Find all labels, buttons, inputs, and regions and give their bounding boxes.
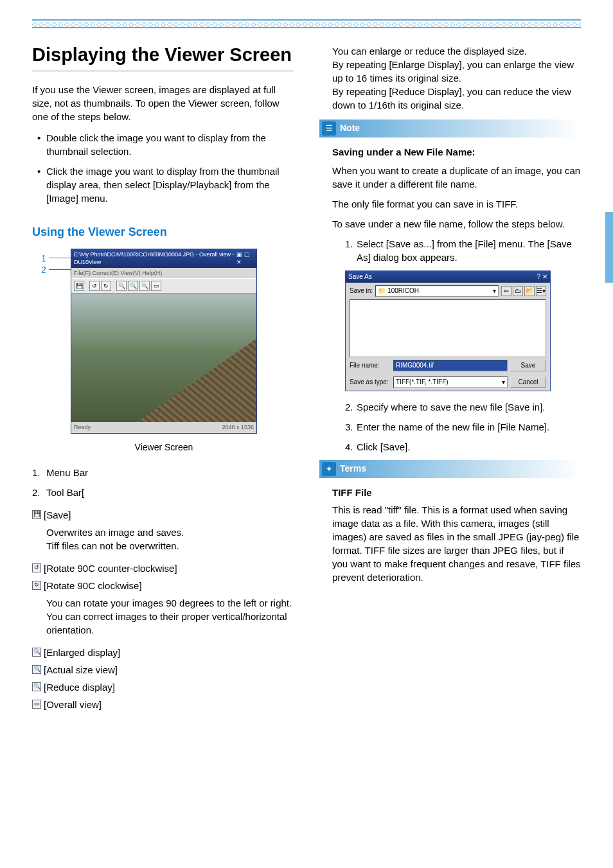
bullet-item: Click the image you want to display from… <box>37 164 294 205</box>
callout-2: 2 <box>41 264 46 277</box>
terms-banner: ✦ Terms <box>319 460 581 478</box>
tool-bar: 💾 ↺ ↻ 🔍 🔍 🔍 ▭ <box>71 278 256 294</box>
list-text: Menu Bar <box>46 467 88 478</box>
step-text: Select [Save as...] from the [File] menu… <box>357 238 572 263</box>
step-number: 3. <box>345 420 353 434</box>
terms-paragraph: This is read "tiff" file. This is a form… <box>332 503 581 584</box>
note-paragraph: To save under a new file name, follow th… <box>332 217 581 231</box>
terms-title: TIFF File <box>319 486 581 499</box>
save-icon: 💾 <box>32 510 41 519</box>
savein-dropdown[interactable]: 📁100RICOH▾ <box>375 285 499 297</box>
step-item: 2.Specify where to save the new file [Sa… <box>345 400 581 414</box>
rotate-ccw-icon: ↺ <box>32 563 41 572</box>
step-number: 4. <box>345 440 353 454</box>
tool-label: [Actual size view] <box>44 663 118 677</box>
note-label: Note <box>340 122 360 135</box>
rotate-ccw-icon: ↺ <box>89 281 100 291</box>
note-paragraph: When you want to create a duplicate of a… <box>332 164 581 191</box>
new-folder-icon[interactable]: 📂 <box>524 286 535 296</box>
step-text: Click [Save]. <box>357 441 410 452</box>
step-item: 4.Click [Save]. <box>345 440 581 454</box>
zoom-actual-icon: 🔍 <box>128 281 138 291</box>
view-menu-icon[interactable]: ☰▾ <box>536 286 546 296</box>
decorative-border: ◇◇◇◇◇◇◇◇◇◇◇◇◇◇◇◇◇◇◇◇◇◇◇◇◇◇◇◇◇◇◇◇◇◇◇◇◇◇◇◇… <box>32 19 581 28</box>
note-paragraph: The only file format you can save in is … <box>332 197 581 211</box>
section-heading: Using the Viewer Screen <box>32 224 294 240</box>
save-button[interactable]: Save <box>510 360 546 371</box>
terms-label: Terms <box>340 463 366 475</box>
callout-1: 1 <box>41 252 46 265</box>
tool-label: [Enlarged display] <box>44 646 120 659</box>
dialog-title: Save As <box>348 272 372 281</box>
folder-icon: 📁 <box>378 287 386 296</box>
chevron-down-icon: ▾ <box>502 378 505 387</box>
step-text: Specify where to save the new file [Save… <box>357 402 546 412</box>
step-item: 1.Select [Save as...] from the [File] me… <box>345 237 581 264</box>
title-underline <box>32 71 294 71</box>
image-area <box>71 294 256 422</box>
save-icon: 💾 <box>74 281 84 291</box>
back-icon[interactable]: ⇐ <box>501 286 511 296</box>
tool-label: [Rotate 90C counter-clockwise] <box>44 562 177 575</box>
intro-paragraph: If you use the Viewer screen, images are… <box>32 83 294 123</box>
list-item: 2.Tool Bar[ <box>32 486 294 499</box>
up-folder-icon[interactable]: 🗀 <box>513 286 523 296</box>
zoom-out-icon: 🔍 <box>32 682 41 691</box>
step-number: 1. <box>345 237 353 251</box>
tool-label: [Overall view] <box>44 698 102 711</box>
rotate-cw-icon: ↻ <box>101 281 111 291</box>
filetype-label: Save as type: <box>350 378 391 387</box>
save-as-dialog-mock: Save As ? ✕ Save in: 📁100RICOH▾ ⇐ 🗀 📂 ☰▾… <box>345 270 551 391</box>
menu-bar: File(F) Correct(E) View(V) Help(H) <box>71 268 256 279</box>
bullet-item: Double click the image you want to displ… <box>37 131 294 158</box>
page-title: Displaying the Viewer Screen <box>32 44 294 66</box>
zoom-fit-icon: ▭ <box>151 281 161 291</box>
chevron-down-icon: ▾ <box>493 287 496 296</box>
note-banner: ☰ Note <box>319 120 581 137</box>
list-number: 2. <box>32 486 40 499</box>
list-item: 1.Menu Bar <box>32 466 294 479</box>
note-title: Saving under a New File Name: <box>319 145 581 159</box>
tool-description: You can rotate your images 90 degrees to… <box>32 596 294 637</box>
tool-label: [Rotate 90C clockwise] <box>44 579 142 592</box>
tool-label: [Save] <box>44 508 71 522</box>
step-item: 3.Enter the name of the new file in [Fil… <box>345 420 581 434</box>
savein-label: Save in: <box>350 287 373 296</box>
tool-description: Overwrites an image and saves. Tiff file… <box>32 526 294 553</box>
status-ready: Ready <box>74 423 91 432</box>
step-number: 2. <box>345 400 353 414</box>
status-dimensions: 2048 x 1536 <box>222 423 254 432</box>
zoom-description: You can enlarge or reduce the displayed … <box>319 44 581 112</box>
zoom-fit-icon: ▭ <box>32 700 41 709</box>
cancel-button[interactable]: Cancel <box>510 376 546 388</box>
filename-label: File name: <box>350 361 391 370</box>
savein-value: 100RICOH <box>387 287 419 296</box>
viewer-window-mock: E:\My Photo\DCIM\100RICOH\RIMG0004.JPG -… <box>71 249 257 434</box>
side-tab <box>605 212 613 283</box>
window-controls: ▣ ▢ ✕ <box>236 251 254 267</box>
dialog-controls: ? ✕ <box>537 272 547 281</box>
zoom-actual-icon: 🔍 <box>32 665 41 674</box>
note-icon: ☰ <box>322 121 336 136</box>
window-title: E:\My Photo\DCIM\100RICOH\RIMG0004.JPG -… <box>74 251 236 267</box>
step-text: Enter the name of the new file in [File … <box>357 421 549 432</box>
file-list-area[interactable] <box>350 299 546 357</box>
zoom-in-icon: 🔍 <box>32 648 41 657</box>
callout-line <box>49 269 71 270</box>
list-text: Tool Bar[ <box>46 487 84 498</box>
filetype-dropdown[interactable]: TIFF(*.TIF, *.TIFF)▾ <box>393 376 508 388</box>
filetype-value: TIFF(*.TIF, *.TIFF) <box>396 378 449 385</box>
list-number: 1. <box>32 466 40 479</box>
tool-label: [Reduce display] <box>44 680 115 694</box>
filename-input[interactable]: RIMG0004.tif <box>393 360 508 371</box>
terms-icon: ✦ <box>322 462 336 476</box>
callout-line <box>49 258 71 258</box>
rotate-cw-icon: ↻ <box>32 581 41 590</box>
figure-caption: Viewer Screen <box>71 441 257 454</box>
zoom-in-icon: 🔍 <box>116 281 127 291</box>
zoom-out-icon: 🔍 <box>139 281 150 291</box>
